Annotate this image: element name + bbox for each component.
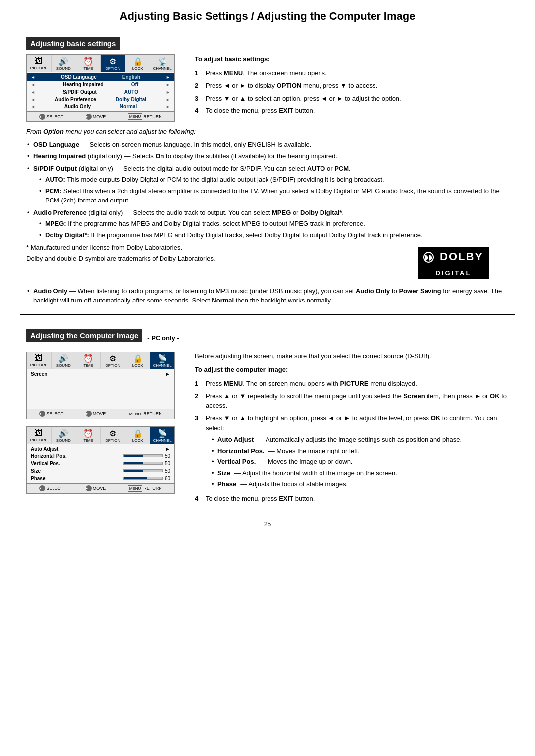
option-label: OPTION [102, 66, 124, 71]
tv-menu2-footer: ● SELECT ● MOVE MENU RETURN [27, 483, 174, 493]
audio-only-bullet: Audio Only — When listening to radio pro… [26, 286, 509, 305]
spdif-sub-list: AUTO: This mode outputs Dolby Digital or… [38, 175, 509, 205]
menu2-row-phase: Phase 60 [27, 475, 174, 482]
menu1-time-icon: ⏰ TIME [76, 352, 101, 369]
picture-label: PICTURE [28, 66, 50, 70]
dolby-digital-label: DIGITAL [418, 267, 489, 279]
menu2-channel-icon: 📡 CHANNEL [150, 427, 174, 444]
basic-step-4: 4 To close the menu, press EXIT button. [195, 106, 509, 116]
move-btn-1: ● [86, 411, 92, 417]
tv-menu-footer: ● SELECT ● MOVE MENU RETURN [27, 111, 174, 121]
tv-menu-computer-2: 🖼 PICTURE 🔊 SOUND ⏰ TIME ⚙ OPTION [26, 426, 175, 494]
sub-size: Size — Adjust the horizontal width of th… [211, 468, 509, 478]
tv-menu-computer-1: 🖼 PICTURE 🔊 SOUND ⏰ TIME ⚙ OPTION [26, 352, 175, 419]
channel-label: CHANNEL [151, 66, 173, 71]
sub-hpos: Horizontal Pos. — Moves the image right … [211, 446, 509, 456]
basic-settings-left: 🖼 PICTURE 🔊 SOUND ⏰ TIME ⚙ OPTION [26, 54, 185, 122]
menu2-lock-icon: 🔒 LOCK [125, 427, 150, 444]
bullet-osd: OSD Language — Selects on-screen menus l… [26, 140, 509, 150]
select-btn-icon: ● [39, 114, 45, 120]
basic-steps-list: 1 Press MENU. The on-screen menu opens. … [195, 68, 509, 116]
menu2-row-vpos: Vertical Pos. 50 [27, 460, 174, 467]
menu2-sound-icon: 🔊 SOUND [52, 427, 76, 444]
phase-bar [124, 477, 147, 479]
tv-menu-rows: ◄ OSD Language English ► ◄ Hearing Impai… [27, 72, 174, 111]
page-number: 25 [20, 520, 515, 528]
tv-menu2-rows: Auto Adjust ► Horizontal Pos. 50 Vertica… [27, 444, 174, 483]
menu-row-audio-pref: ◄ Audio Preference Dolby Digital ► [27, 96, 174, 103]
spdif-pcm: PCM: Select this when a 2ch digital ster… [38, 186, 509, 205]
menu-row-hearing: ◄ Hearing Impaired Off ► [27, 81, 174, 88]
time-label: TIME [77, 66, 100, 71]
tv-menu1-icons: 🖼 PICTURE 🔊 SOUND ⏰ TIME ⚙ OPTION [27, 352, 174, 369]
menu-icon-lock: 🔒 LOCK [125, 55, 150, 72]
lock-label: LOCK [126, 66, 149, 71]
bullet-audio-only: Audio Only — When listening to radio pro… [26, 286, 509, 305]
move-btn-2: ● [86, 485, 92, 491]
menu2-picture-icon: 🖼 PICTURE [27, 427, 52, 444]
audio-pref-sub-list: MPEG: If the programme has MPEG and Dolb… [38, 219, 509, 240]
page-title: Adjusting Basic Settings / Adjusting the… [20, 10, 515, 23]
menu2-row-hpos: Horizontal Pos. 50 [27, 453, 174, 460]
menu-icon-picture: 🖼 PICTURE [27, 55, 52, 72]
basic-settings-header: Adjusting basic settings [26, 37, 120, 50]
basic-settings-right: To adjust basic settings: 1 Press MENU. … [195, 54, 509, 122]
dolby-dd-icon: ◗◗ [423, 252, 434, 263]
computer-steps-list: 1 Press MENU. The on-screen menu opens w… [195, 379, 509, 504]
size-bar [124, 470, 143, 472]
basic-step-3: 3 Press ▼ or ▲ to select an option, pres… [195, 94, 509, 103]
select-btn-1: ● [39, 411, 45, 417]
menu-row-osd: ◄ OSD Language English ► [27, 73, 174, 81]
computer-right: Before adjusting the screen, make sure t… [195, 352, 509, 506]
menu1-sound-icon: 🔊 SOUND [52, 352, 76, 369]
hpos-bar [124, 455, 143, 457]
sound-label: SOUND [53, 66, 75, 71]
audio-mpeg: MPEG: If the programme has MPEG and Dolb… [38, 219, 509, 229]
menu1-row-screen: Screen ► [27, 370, 174, 378]
dolby-area: * Manufactured under license from Dolby … [26, 243, 509, 283]
time-icon: ⏰ [77, 57, 100, 66]
from-option-text: From Option menu you can select and adju… [26, 127, 509, 305]
menu2-row-size: Size 50 [27, 467, 174, 475]
option-icon: ⚙ [102, 57, 124, 66]
picture-icon: 🖼 [28, 57, 50, 66]
tv-menu1-rows: Screen ► [27, 369, 174, 409]
menu-icon-sound: 🔊 SOUND [52, 55, 76, 72]
bullet-spdif: S/PDIF Output (digital only) — Selects t… [26, 164, 509, 205]
computer-left: 🖼 PICTURE 🔊 SOUND ⏰ TIME ⚙ OPTION [26, 352, 185, 506]
tv-menu-basic: 🖼 PICTURE 🔊 SOUND ⏰ TIME ⚙ OPTION [26, 54, 175, 122]
channel-icon: 📡 [151, 57, 173, 66]
basic-step-1: 1 Press MENU. The on-screen menu opens. [195, 68, 509, 78]
menu2-row-auto: Auto Adjust ► [27, 445, 174, 453]
menu-btn-2: MENU [128, 485, 143, 492]
dolby-text: DOLBY [440, 251, 483, 263]
bullet-audio-pref: Audio Preference (digital only) — Select… [26, 208, 509, 240]
menu1-channel-icon: 📡 CHANNEL [150, 352, 174, 369]
basic-step-title: To adjust basic settings: [195, 54, 509, 64]
computer-step-1: 1 Press MENU. The on-screen menu opens w… [195, 379, 509, 389]
sound-icon: 🔊 [53, 57, 75, 66]
bullet-list-basic: OSD Language — Selects on-screen menus l… [26, 140, 509, 240]
computer-section-header-row: Adjusting the Computer Image - PC only - [26, 329, 509, 347]
pc-only-label: - PC only - [147, 334, 179, 342]
menu1-option-icon: ⚙ OPTION [101, 352, 125, 369]
computer-content: 🖼 PICTURE 🔊 SOUND ⏰ TIME ⚙ OPTION [26, 352, 509, 506]
menu-icon-channel: 📡 CHANNEL [150, 55, 174, 72]
menu1-picture-icon: 🖼 PICTURE [27, 352, 52, 369]
menu-icon-option: ⚙ OPTION [101, 55, 125, 72]
computer-step-4: 4 To close the menu, press EXIT button. [195, 494, 509, 504]
select-btn-2: ● [39, 485, 45, 491]
dolby-logo: ◗◗ DOLBY [418, 247, 489, 267]
basic-step-2: 2 Press ◄ or ► to display OPTION menu, p… [195, 81, 509, 91]
computer-sub-list: Auto Adjust — Automatically adjusts the … [211, 435, 509, 489]
basic-settings-content: 🖼 PICTURE 🔊 SOUND ⏰ TIME ⚙ OPTION [26, 54, 509, 122]
adjusting-basic-section: Adjusting basic settings 🖼 PICTURE 🔊 SOU… [20, 31, 515, 315]
move-btn-icon: ● [86, 114, 92, 120]
menu2-option-icon: ⚙ OPTION [101, 427, 125, 444]
menu-btn-icon: MENU [128, 113, 143, 120]
sub-phase: Phase — Adjusts the focus of stable imag… [211, 479, 509, 489]
vpos-bar [124, 462, 143, 464]
menu-row-spdif: ◄ S/PDIF Output AUTO ► [27, 88, 174, 96]
spdif-auto: AUTO: This mode outputs Dolby Digital or… [38, 175, 509, 185]
menu-icon-time: ⏰ TIME [76, 55, 101, 72]
